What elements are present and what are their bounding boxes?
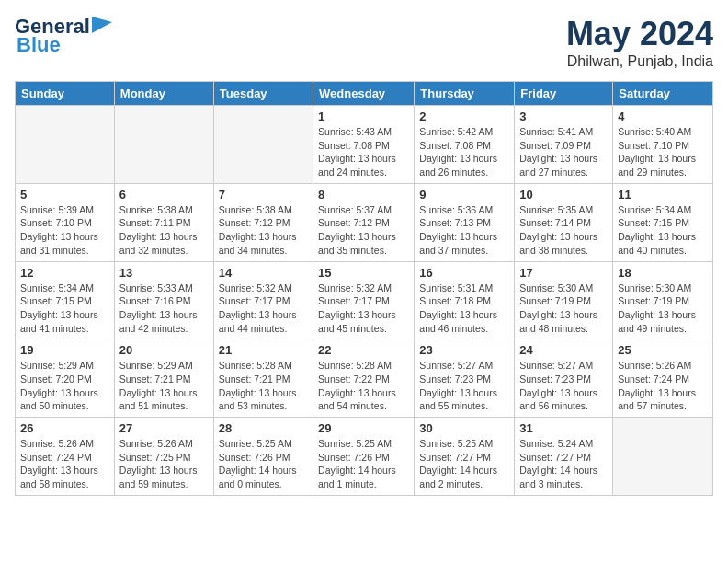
- calendar-cell-w2-d2: 7Sunrise: 5:38 AM Sunset: 7:12 PM Daylig…: [213, 183, 313, 261]
- day-number: 13: [119, 266, 209, 280]
- day-info: Sunrise: 5:43 AM Sunset: 7:08 PM Dayligh…: [318, 125, 409, 179]
- calendar-week-2: 5Sunrise: 5:39 AM Sunset: 7:10 PM Daylig…: [16, 183, 713, 261]
- calendar-cell-w2-d3: 8Sunrise: 5:37 AM Sunset: 7:12 PM Daylig…: [313, 183, 415, 261]
- page-header: General Blue May 2024 Dhilwan, Punjab, I…: [15, 15, 713, 70]
- day-info: Sunrise: 5:29 AM Sunset: 7:20 PM Dayligh…: [20, 359, 109, 413]
- day-info: Sunrise: 5:42 AM Sunset: 7:08 PM Dayligh…: [419, 125, 509, 179]
- day-info: Sunrise: 5:26 AM Sunset: 7:24 PM Dayligh…: [618, 359, 708, 413]
- day-info: Sunrise: 5:40 AM Sunset: 7:10 PM Dayligh…: [618, 125, 708, 179]
- day-number: 23: [419, 343, 509, 357]
- day-info: Sunrise: 5:27 AM Sunset: 7:23 PM Dayligh…: [519, 359, 608, 413]
- calendar-cell-w2-d6: 11Sunrise: 5:34 AM Sunset: 7:15 PM Dayli…: [613, 183, 713, 261]
- day-number: 22: [318, 343, 409, 357]
- day-info: Sunrise: 5:32 AM Sunset: 7:17 PM Dayligh…: [318, 282, 409, 336]
- calendar-cell-w1-d2: [213, 106, 313, 184]
- calendar-cell-w2-d1: 6Sunrise: 5:38 AM Sunset: 7:11 PM Daylig…: [114, 183, 213, 261]
- day-number: 16: [419, 266, 509, 280]
- calendar-cell-w2-d4: 9Sunrise: 5:36 AM Sunset: 7:13 PM Daylig…: [415, 183, 515, 261]
- calendar-cell-w4-d3: 22Sunrise: 5:28 AM Sunset: 7:22 PM Dayli…: [313, 339, 415, 418]
- day-info: Sunrise: 5:31 AM Sunset: 7:18 PM Dayligh…: [419, 282, 509, 336]
- day-number: 26: [20, 421, 109, 435]
- day-number: 15: [318, 266, 409, 280]
- calendar-table: Sunday Monday Tuesday Wednesday Thursday…: [15, 81, 713, 496]
- day-number: 21: [219, 343, 308, 357]
- day-number: 27: [119, 421, 209, 435]
- calendar-cell-w3-d2: 14Sunrise: 5:32 AM Sunset: 7:17 PM Dayli…: [213, 261, 313, 339]
- calendar-cell-w5-d2: 28Sunrise: 5:25 AM Sunset: 7:26 PM Dayli…: [213, 418, 313, 496]
- day-number: 9: [419, 188, 509, 201]
- day-number: 8: [318, 188, 409, 201]
- day-number: 30: [419, 421, 509, 435]
- day-info: Sunrise: 5:30 AM Sunset: 7:19 PM Dayligh…: [519, 282, 608, 336]
- month-title: May 2024: [566, 15, 713, 53]
- day-number: 11: [618, 188, 708, 201]
- day-number: 5: [20, 188, 109, 201]
- calendar-cell-w3-d5: 17Sunrise: 5:30 AM Sunset: 7:19 PM Dayli…: [515, 261, 613, 339]
- day-number: 20: [119, 343, 209, 357]
- calendar-cell-w4-d6: 25Sunrise: 5:26 AM Sunset: 7:24 PM Dayli…: [613, 339, 713, 418]
- day-info: Sunrise: 5:30 AM Sunset: 7:19 PM Dayligh…: [618, 282, 708, 336]
- day-number: 18: [618, 266, 708, 280]
- day-number: 17: [519, 266, 608, 280]
- calendar-week-3: 12Sunrise: 5:34 AM Sunset: 7:15 PM Dayli…: [16, 261, 713, 339]
- day-info: Sunrise: 5:35 AM Sunset: 7:14 PM Dayligh…: [519, 203, 608, 258]
- day-info: Sunrise: 5:25 AM Sunset: 7:27 PM Dayligh…: [419, 437, 509, 491]
- day-number: 2: [419, 109, 509, 123]
- day-number: 10: [519, 188, 608, 201]
- day-number: 7: [219, 188, 308, 201]
- location: Dhilwan, Punjab, India: [566, 53, 713, 70]
- day-number: 3: [519, 109, 608, 123]
- day-number: 14: [219, 266, 308, 280]
- calendar-cell-w1-d6: 4Sunrise: 5:40 AM Sunset: 7:10 PM Daylig…: [613, 106, 713, 184]
- calendar-cell-w3-d3: 15Sunrise: 5:32 AM Sunset: 7:17 PM Dayli…: [313, 261, 415, 339]
- day-number: 12: [20, 266, 109, 280]
- day-info: Sunrise: 5:41 AM Sunset: 7:09 PM Dayligh…: [519, 125, 608, 179]
- calendar-cell-w5-d6: [613, 418, 713, 496]
- logo-blue: Blue: [17, 33, 61, 57]
- svg-marker-0: [92, 17, 112, 33]
- day-info: Sunrise: 5:37 AM Sunset: 7:12 PM Dayligh…: [318, 203, 409, 258]
- day-number: 28: [219, 421, 308, 435]
- day-info: Sunrise: 5:27 AM Sunset: 7:23 PM Dayligh…: [419, 359, 509, 413]
- day-info: Sunrise: 5:38 AM Sunset: 7:12 PM Dayligh…: [219, 203, 308, 258]
- day-info: Sunrise: 5:28 AM Sunset: 7:22 PM Dayligh…: [318, 359, 409, 413]
- calendar-header-row: Sunday Monday Tuesday Wednesday Thursday…: [16, 82, 713, 106]
- logo-arrow-icon: [92, 17, 112, 33]
- calendar-cell-w1-d3: 1Sunrise: 5:43 AM Sunset: 7:08 PM Daylig…: [313, 106, 415, 184]
- day-info: Sunrise: 5:34 AM Sunset: 7:15 PM Dayligh…: [20, 282, 109, 336]
- calendar-cell-w5-d3: 29Sunrise: 5:25 AM Sunset: 7:26 PM Dayli…: [313, 418, 415, 496]
- col-sunday: Sunday: [16, 82, 115, 106]
- calendar-cell-w5-d0: 26Sunrise: 5:26 AM Sunset: 7:24 PM Dayli…: [16, 418, 115, 496]
- col-monday: Monday: [114, 82, 213, 106]
- day-info: Sunrise: 5:36 AM Sunset: 7:13 PM Dayligh…: [419, 203, 509, 258]
- calendar-week-5: 26Sunrise: 5:26 AM Sunset: 7:24 PM Dayli…: [16, 418, 713, 496]
- logo: General Blue: [15, 15, 112, 57]
- col-thursday: Thursday: [415, 82, 515, 106]
- day-number: 29: [318, 421, 409, 435]
- calendar-cell-w4-d0: 19Sunrise: 5:29 AM Sunset: 7:20 PM Dayli…: [16, 339, 115, 418]
- day-number: 1: [318, 109, 409, 123]
- day-info: Sunrise: 5:25 AM Sunset: 7:26 PM Dayligh…: [219, 437, 308, 491]
- day-info: Sunrise: 5:28 AM Sunset: 7:21 PM Dayligh…: [219, 359, 308, 413]
- day-number: 4: [618, 109, 708, 123]
- calendar-cell-w1-d1: [114, 106, 213, 184]
- calendar-cell-w4-d5: 24Sunrise: 5:27 AM Sunset: 7:23 PM Dayli…: [515, 339, 613, 418]
- day-info: Sunrise: 5:33 AM Sunset: 7:16 PM Dayligh…: [119, 282, 209, 336]
- calendar-cell-w3-d4: 16Sunrise: 5:31 AM Sunset: 7:18 PM Dayli…: [415, 261, 515, 339]
- day-info: Sunrise: 5:32 AM Sunset: 7:17 PM Dayligh…: [219, 282, 308, 336]
- day-number: 19: [20, 343, 109, 357]
- calendar-cell-w3-d1: 13Sunrise: 5:33 AM Sunset: 7:16 PM Dayli…: [114, 261, 213, 339]
- calendar-cell-w5-d5: 31Sunrise: 5:24 AM Sunset: 7:27 PM Dayli…: [515, 418, 613, 496]
- col-wednesday: Wednesday: [313, 82, 415, 106]
- calendar-cell-w1-d0: [16, 106, 115, 184]
- day-info: Sunrise: 5:25 AM Sunset: 7:26 PM Dayligh…: [318, 437, 409, 491]
- day-info: Sunrise: 5:39 AM Sunset: 7:10 PM Dayligh…: [20, 203, 109, 258]
- day-info: Sunrise: 5:34 AM Sunset: 7:15 PM Dayligh…: [618, 203, 708, 258]
- day-info: Sunrise: 5:29 AM Sunset: 7:21 PM Dayligh…: [119, 359, 209, 413]
- calendar-week-4: 19Sunrise: 5:29 AM Sunset: 7:20 PM Dayli…: [16, 339, 713, 418]
- calendar-cell-w3-d6: 18Sunrise: 5:30 AM Sunset: 7:19 PM Dayli…: [613, 261, 713, 339]
- day-info: Sunrise: 5:26 AM Sunset: 7:24 PM Dayligh…: [20, 437, 109, 491]
- calendar-cell-w5-d4: 30Sunrise: 5:25 AM Sunset: 7:27 PM Dayli…: [415, 418, 515, 496]
- calendar-cell-w5-d1: 27Sunrise: 5:26 AM Sunset: 7:25 PM Dayli…: [114, 418, 213, 496]
- day-info: Sunrise: 5:38 AM Sunset: 7:11 PM Dayligh…: [119, 203, 209, 258]
